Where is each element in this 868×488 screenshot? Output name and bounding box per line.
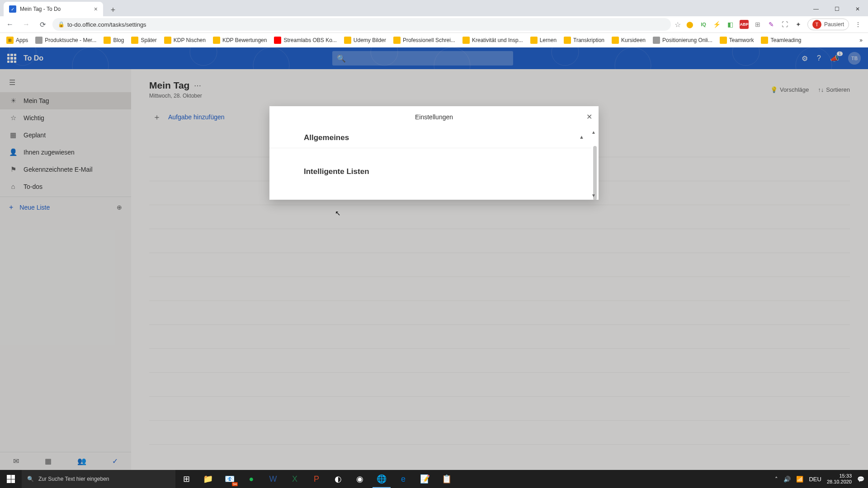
bookmark-item[interactable]: Udemy Bilder (341, 35, 389, 46)
bookmark-label: Blog (113, 37, 124, 43)
chrome-icon[interactable]: 🌐 (371, 470, 392, 488)
bookmark-item[interactable]: Positionierung Onli... (650, 35, 715, 46)
volume-icon[interactable]: 🔊 (783, 476, 791, 483)
excel-icon[interactable]: X (284, 470, 306, 488)
powerpoint-icon[interactable]: P (306, 470, 327, 488)
bookmark-label: Positionierung Onli... (662, 37, 712, 43)
app-icon-2[interactable]: 📋 (436, 470, 458, 488)
app-icon-1[interactable]: ◐ (327, 470, 349, 488)
word-icon[interactable]: W (262, 470, 284, 488)
search-placeholder: Zur Suche Text hier eingeben (38, 476, 109, 482)
ext-icon-5[interactable]: ✎ (767, 20, 776, 29)
bookmark-icon (653, 37, 660, 44)
bookmark-icon (462, 37, 470, 44)
start-button[interactable] (0, 470, 22, 488)
close-window-button[interactable]: ✕ (847, 2, 868, 16)
address-bar[interactable]: 🔒 to-do.office.com/tasks/settings (52, 18, 671, 31)
ext-icon-2[interactable]: ⚡ (712, 20, 722, 29)
explorer-icon[interactable]: 📁 (197, 470, 219, 488)
bookmark-label: Teamwork (729, 37, 754, 43)
close-icon[interactable]: ✕ (586, 113, 592, 121)
spotify-icon[interactable]: ● (241, 470, 262, 488)
task-view-icon[interactable]: ⊞ (175, 470, 197, 488)
edge-icon[interactable]: e (392, 470, 414, 488)
notifications-icon[interactable]: 💬 (857, 476, 864, 483)
section-header-general[interactable]: Allgemeines ▲ (269, 128, 591, 148)
bookmark-icon (530, 37, 538, 44)
bookmark-label: Kreativität und Insp... (472, 37, 523, 43)
bookmark-label: Kursideen (621, 37, 646, 43)
bookmark-icon (344, 37, 351, 44)
obs-icon[interactable]: ◉ (349, 470, 371, 488)
reload-button[interactable]: ⟳ (36, 18, 49, 31)
bookmark-icon (213, 37, 220, 44)
bookmark-icon (720, 37, 727, 44)
back-button[interactable]: ← (4, 18, 16, 31)
close-tab-icon[interactable]: × (94, 5, 98, 13)
ext-icon-4[interactable]: ⊞ (753, 20, 762, 29)
bookmark-item[interactable]: Lernen (528, 35, 559, 46)
ext-icon-1[interactable]: ⬤ (685, 20, 694, 29)
bookmark-icon (612, 37, 619, 44)
notepad-icon[interactable]: 📝 (414, 470, 436, 488)
scrollbar-thumb[interactable] (593, 146, 597, 200)
profile-button[interactable]: T Pausiert (807, 19, 849, 30)
extensions-icon[interactable]: ✦ (794, 20, 803, 29)
star-icon[interactable]: ☆ (675, 20, 681, 29)
caret-up-icon: ▲ (579, 134, 584, 140)
bookmark-item[interactable]: Kursideen (609, 35, 648, 46)
language-indicator[interactable]: DEU (809, 476, 821, 483)
bookmark-icon (564, 37, 571, 44)
ext-icon-6[interactable]: ⛶ (780, 20, 789, 29)
bookmark-icon (274, 37, 281, 44)
url-text: to-do.office.com/tasks/settings (67, 21, 146, 28)
section-header-smartlists[interactable]: Intelligente Listen (269, 162, 591, 182)
bookmark-icon (761, 37, 768, 44)
bookmark-icon (131, 37, 138, 44)
ext-icon-3[interactable]: ◧ (726, 20, 735, 29)
bookmark-item[interactable]: Später (128, 35, 159, 46)
search-icon: 🔍 (27, 476, 34, 482)
bookmark-item[interactable]: Produktsuche - Mer... (33, 35, 99, 46)
bookmark-item[interactable]: Streamlabs OBS Ko... (271, 35, 339, 46)
mail-app-icon[interactable]: 📧94 (219, 470, 241, 488)
taskbar-search[interactable]: 🔍 Zur Suche Text hier eingeben (22, 470, 175, 488)
ext-icon-abp[interactable]: ABP (740, 20, 749, 29)
new-tab-button[interactable]: + (107, 4, 119, 16)
bookmark-item[interactable]: Teamleading (758, 35, 804, 46)
ext-icon-iq[interactable]: IQ (699, 20, 708, 29)
bookmark-item[interactable]: Blog (101, 35, 127, 46)
lock-icon: 🔒 (58, 21, 65, 28)
bookmark-label: Teamleading (770, 37, 801, 43)
profile-avatar-icon: T (812, 20, 821, 29)
browser-tab[interactable]: ✓ Mein Tag - To Do × (4, 2, 103, 16)
bookmark-label: Produktsuche - Mer... (45, 37, 96, 43)
forward-button[interactable]: → (20, 18, 33, 31)
chrome-menu-icon[interactable]: ⋮ (854, 20, 863, 29)
minimize-button[interactable]: — (806, 2, 826, 16)
bookmark-label: Udemy Bilder (354, 37, 386, 43)
profile-status: Pausiert (824, 21, 844, 28)
maximize-button[interactable]: ☐ (826, 2, 847, 16)
bookmark-item[interactable]: KDP Bewertungen (210, 35, 270, 46)
clock[interactable]: 15:33 28.10.2020 (827, 473, 852, 485)
bookmark-item[interactable]: Transkription (561, 35, 607, 46)
bookmark-item[interactable]: Teamwork (717, 35, 757, 46)
bookmark-icon (164, 37, 171, 44)
tray-chevron-icon[interactable]: ˄ (775, 476, 778, 483)
modal-overlay[interactable]: Einstellungen ✕ ▲ Allgemeines ▲ Intellig… (0, 47, 868, 470)
tab-title: Mein Tag - To Do (20, 6, 61, 12)
bookmark-icon: ⊞ (6, 37, 14, 44)
bookmark-bar: ⊞AppsProduktsuche - Mer...BlogSpäterKDP … (0, 33, 868, 47)
bookmark-icon (393, 37, 401, 44)
bookmark-item[interactable]: Kreativität und Insp... (460, 35, 526, 46)
bookmark-item[interactable]: ⊞Apps (4, 35, 31, 46)
bookmark-label: Professionell Schrei... (403, 37, 455, 43)
scroll-up-icon[interactable]: ▲ (590, 130, 597, 135)
wifi-icon[interactable]: 📶 (796, 476, 803, 483)
bookmark-item[interactable]: KDP Nischen (161, 35, 208, 46)
bookmark-overflow-icon[interactable]: » (858, 35, 864, 45)
bookmark-item[interactable]: Professionell Schrei... (391, 35, 458, 46)
scroll-down-icon[interactable]: ▼ (590, 193, 597, 198)
bookmark-icon (35, 37, 42, 44)
